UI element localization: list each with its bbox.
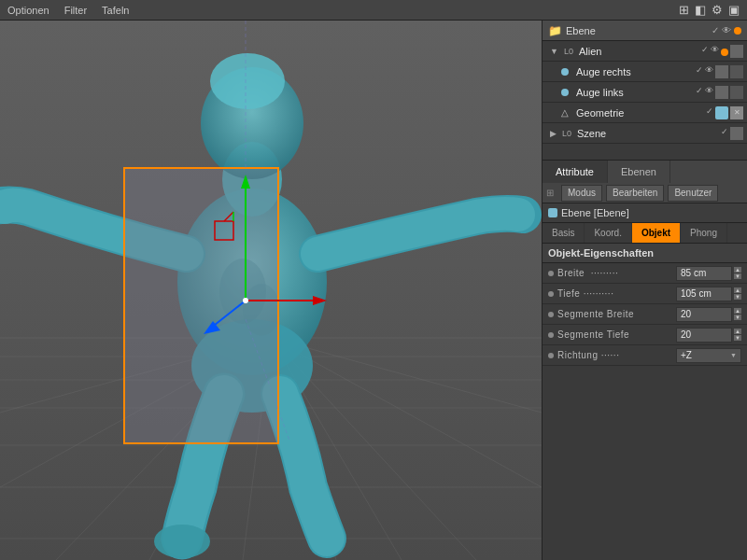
prop-breite: Breite ········· 85 cm ▲ ▼: [543, 263, 747, 284]
object-layer-icon: L0: [564, 47, 573, 56]
menu-filter[interactable]: Filter: [64, 5, 87, 16]
spin-up-breite[interactable]: ▲: [734, 267, 741, 273]
spin-up-seg-tiefe[interactable]: ▲: [734, 329, 741, 334]
prop-label-seg-breite: Segmente Breite: [557, 309, 676, 319]
menubar-right-icons: ⊞ ◧ ⚙ ▣: [679, 3, 740, 17]
properties-panel: Attribute Ebenen ⊞ Modus Bearbeiten Benu…: [543, 161, 747, 560]
geometrie-icons: ✓ ✕: [706, 106, 743, 119]
spin-down-breite[interactable]: ▼: [734, 273, 741, 279]
svg-rect-26: [124, 168, 278, 443]
sub-tab-basis[interactable]: Basis: [543, 223, 585, 243]
spin-up-seg-breite[interactable]: ▲: [734, 308, 741, 314]
prop-label-breite: Breite ·········: [557, 268, 676, 278]
tab-attribute[interactable]: Attribute: [543, 161, 608, 183]
prop-spinner-seg-tiefe[interactable]: ▲ ▼: [734, 329, 741, 341]
tree-item-auge-links[interactable]: Auge links ✓ 👁: [543, 82, 747, 103]
prop-value-breite[interactable]: 85 cm: [676, 266, 732, 281]
alien-row-icons: ✓ 👁: [701, 45, 743, 58]
prop-spinner-breite[interactable]: ▲ ▼: [734, 267, 741, 279]
tree-root-label: Ebene: [566, 25, 596, 36]
prop-segmente-tiefe: Segmente Tiefe 20 ▲ ▼: [543, 325, 747, 345]
prop-dot-seg-breite: [548, 312, 554, 317]
sub-tab-koord[interactable]: Koord.: [585, 223, 631, 243]
alien-label: Alien: [579, 46, 601, 57]
prop-segmente-breite: Segmente Breite 20 ▲ ▼: [543, 304, 747, 325]
expand-icon-szene: ▶: [550, 129, 557, 138]
layer-color-icon: [548, 208, 557, 217]
svg-point-21: [210, 53, 285, 109]
dot-icon-header: [734, 27, 741, 35]
btn-bearbeiten[interactable]: Bearbeiten: [606, 185, 664, 202]
svg-point-23: [154, 525, 210, 558]
scene-background: [0, 21, 542, 560]
prop-label-richtung: Richtung ······: [557, 350, 676, 360]
toolbar-icon: ⊞: [546, 188, 554, 198]
checkmark-icon: ✓: [712, 25, 719, 35]
settings-icon[interactable]: ⚙: [712, 3, 723, 17]
main-area: 📁 Ebene ✓ 👁 ▼ L0 Alien ✓ 👁: [0, 21, 747, 560]
section-title: Objekt-Eigenschaften: [543, 244, 747, 263]
layer-label-row: Ebene [Ebene]: [543, 203, 747, 223]
expand-icon: ▼: [550, 47, 558, 56]
prop-label-tiefe: Tiefe ··········: [557, 288, 676, 299]
prop-dropdown-richtung[interactable]: +Z ▼: [676, 348, 741, 363]
menu-optionen[interactable]: Optionen: [7, 5, 49, 16]
geometry-icon: △: [561, 107, 569, 118]
sub-tab-phong[interactable]: Phong: [681, 223, 727, 243]
display-icon[interactable]: ◧: [695, 3, 706, 17]
tree-header-icons: ✓ 👁: [712, 25, 741, 35]
szene-label: Szene: [577, 128, 606, 139]
tab-ebenen[interactable]: Ebenen: [608, 161, 670, 183]
btn-benutzer[interactable]: Benutzer: [668, 185, 718, 202]
prop-value-seg-breite[interactable]: 20: [676, 307, 732, 322]
dot-blue-2: [561, 89, 569, 96]
tree-item-szene[interactable]: ▶ L0 Szene ✓: [543, 123, 747, 144]
prop-richtung: Richtung ······ +Z ▼: [543, 345, 747, 366]
prop-dot-tiefe: [548, 291, 554, 297]
folder-icon: 📁: [548, 24, 562, 37]
prop-label-seg-tiefe: Segmente Tiefe: [557, 329, 676, 340]
prop-spinner-seg-breite[interactable]: ▲ ▼: [734, 308, 741, 320]
right-panel: 📁 Ebene ✓ 👁 ▼ L0 Alien ✓ 👁: [542, 21, 747, 560]
auge-links-icons: ✓ 👁: [696, 86, 743, 99]
svg-point-33: [243, 298, 248, 303]
layer-label-text: Ebene [Ebene]: [561, 207, 629, 218]
scene-tree: 📁 Ebene ✓ 👁 ▼ L0 Alien ✓ 👁: [543, 21, 747, 161]
szene-layer-icon: L0: [562, 129, 571, 138]
prop-spinner-tiefe[interactable]: ▲ ▼: [734, 287, 741, 300]
dot-blue-1: [561, 68, 569, 76]
menu-bar: Optionen Filter Tafeln ⊞ ◧ ⚙ ▣: [0, 0, 747, 21]
prop-value-tiefe[interactable]: 105 cm: [676, 287, 732, 301]
tree-header: 📁 Ebene ✓ 👁: [543, 21, 747, 41]
window-icon[interactable]: ▣: [728, 3, 740, 17]
prop-dot-richtung: [548, 353, 554, 358]
tree-item-auge-rechts[interactable]: Auge rechts ✓ 👁: [543, 62, 747, 82]
sub-tab-bar: Basis Koord. Objekt Phong: [543, 223, 747, 244]
auge-links-label: Auge links: [576, 87, 624, 98]
menu-tafeln[interactable]: Tafeln: [102, 5, 129, 16]
dropdown-arrow-richtung: ▼: [730, 352, 737, 358]
btn-modus[interactable]: Modus: [561, 185, 602, 202]
spin-down-tiefe[interactable]: ▼: [734, 294, 741, 300]
prop-dot-breite: [548, 271, 554, 276]
prop-tiefe: Tiefe ·········· 105 cm ▲ ▼: [543, 284, 747, 304]
spin-down-seg-breite[interactable]: ▼: [734, 315, 741, 320]
tree-item-geometrie[interactable]: △ Geometrie ✓ ✕: [543, 103, 747, 123]
szene-icons: ✓: [721, 127, 743, 140]
tree-item-alien[interactable]: ▼ L0 Alien ✓ 👁: [543, 41, 747, 62]
main-tab-bar: Attribute Ebenen: [543, 161, 747, 183]
geometrie-label: Geometrie: [576, 107, 624, 119]
prop-value-seg-tiefe[interactable]: 20: [676, 328, 732, 343]
eye-header-icon: 👁: [722, 25, 731, 35]
properties-toolbar: ⊞ Modus Bearbeiten Benutzer: [543, 183, 747, 203]
auge-rechts-icons: ✓ 👁: [696, 65, 743, 78]
spin-up-tiefe[interactable]: ▲: [734, 287, 741, 293]
prop-dot-seg-tiefe: [548, 332, 554, 338]
grid-icon[interactable]: ⊞: [679, 3, 689, 17]
auge-rechts-label: Auge rechts: [576, 66, 631, 77]
viewport-3d[interactable]: [0, 21, 542, 560]
sub-tab-objekt[interactable]: Objekt: [632, 223, 681, 243]
spin-down-seg-tiefe[interactable]: ▼: [734, 335, 741, 341]
